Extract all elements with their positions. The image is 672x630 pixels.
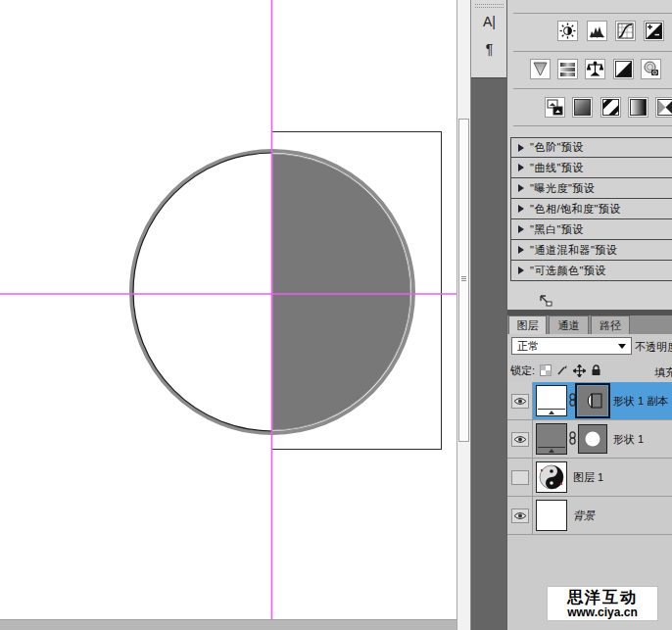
circle-path-left xyxy=(133,153,272,431)
layer-row-shape1-copy[interactable]: 形状 1 副本 xyxy=(507,382,672,420)
curves-icon[interactable] xyxy=(615,21,636,41)
layer-name[interactable]: 形状 1 副本 xyxy=(613,394,668,409)
eye-cell xyxy=(507,420,533,458)
eye-cell xyxy=(507,459,533,496)
horizontal-scrollbar[interactable] xyxy=(0,619,456,630)
layer-row-layer1[interactable]: 图层 1 xyxy=(507,459,672,497)
hue-saturation-icon[interactable] xyxy=(557,59,578,79)
expand-triangle-icon[interactable] xyxy=(518,225,524,233)
tab-channels[interactable]: 通道 xyxy=(549,315,589,334)
watermark-title: 思洋互动 xyxy=(548,589,657,606)
divider xyxy=(513,125,672,126)
layer-thumbnail-fill-white[interactable] xyxy=(536,385,567,416)
divider xyxy=(513,13,672,14)
visibility-toggle[interactable] xyxy=(511,394,529,409)
preset-label: "通道混和器"预设 xyxy=(530,243,617,258)
photo-filter-icon[interactable] xyxy=(641,59,661,79)
preset-label: "可选颜色"预设 xyxy=(530,264,606,278)
tab-label: 路径 xyxy=(600,318,621,333)
preset-row-exposure[interactable]: "曝光度"预设 xyxy=(510,178,672,199)
layer-name[interactable]: 图层 1 xyxy=(573,470,603,485)
eye-cell xyxy=(507,497,533,534)
paragraph-panel-icon[interactable]: ¶ xyxy=(471,35,507,63)
preset-label: "色相/饱和度"预设 xyxy=(530,202,621,217)
canvas-artwork xyxy=(0,0,456,619)
layer-name[interactable]: 形状 1 xyxy=(613,432,644,447)
invert-icon[interactable] xyxy=(572,97,593,118)
visibility-toggle[interactable] xyxy=(511,470,529,485)
layer-thumbnail-white[interactable] xyxy=(536,500,567,531)
layer-name[interactable]: 背景 xyxy=(573,509,595,523)
fill-label: 填充: xyxy=(654,365,672,380)
eye-icon xyxy=(513,435,527,444)
opacity-label: 不透明度: xyxy=(635,340,672,355)
vibrance-icon[interactable] xyxy=(530,59,551,79)
layer-row-background[interactable]: 背景 xyxy=(507,497,672,535)
tab-label: 通道 xyxy=(558,318,580,333)
eye-icon xyxy=(513,511,527,520)
mask-link-icon[interactable] xyxy=(569,431,576,447)
channel-mixer-icon[interactable] xyxy=(545,97,565,118)
mask-link-icon[interactable] xyxy=(569,393,576,409)
preset-label: "曝光度"预设 xyxy=(530,181,595,196)
layers-panel-tab-bar: 图层 通道 路径 xyxy=(507,315,672,334)
eye-cell xyxy=(507,382,533,419)
lock-position-icon[interactable] xyxy=(573,364,586,377)
lock-transparency-icon[interactable] xyxy=(540,364,552,376)
chevron-down-icon xyxy=(618,344,626,349)
preset-row-selective-color[interactable]: "可选颜色"预设 xyxy=(510,261,672,281)
right-panel-group: "色阶"预设 "曲线"预设 "曝光度"预设 "色相/饱和度"预设 "黑白"预设 … xyxy=(506,0,672,630)
switch-panel-view-icon[interactable] xyxy=(539,294,552,307)
divider xyxy=(513,51,672,52)
gradient-map-icon[interactable] xyxy=(628,97,648,118)
layers-list: 形状 1 副本 形状 1 xyxy=(507,382,672,535)
lock-label: 锁定: xyxy=(510,363,535,378)
expand-triangle-icon[interactable] xyxy=(518,164,524,171)
preset-row-levels[interactable]: "色阶"预设 xyxy=(510,137,672,158)
tab-label: 图层 xyxy=(517,318,539,333)
blend-mode-select[interactable]: 正常 xyxy=(511,337,632,355)
black-white-icon[interactable] xyxy=(613,59,634,79)
vector-mask-thumbnail[interactable] xyxy=(578,424,607,454)
character-panel-icon[interactable]: A| xyxy=(471,8,507,35)
divider xyxy=(513,88,672,89)
visibility-toggle[interactable] xyxy=(511,432,529,447)
collapsed-panel-dock: A| ¶ xyxy=(471,0,507,78)
expand-triangle-icon[interactable] xyxy=(518,205,524,213)
preset-row-hue-saturation[interactable]: "色相/饱和度"预设 xyxy=(510,199,672,219)
preset-label: "曲线"预设 xyxy=(530,161,584,175)
preset-row-black-white[interactable]: "黑白"预设 xyxy=(510,219,672,240)
brightness-contrast-icon[interactable] xyxy=(557,21,578,41)
document-canvas[interactable] xyxy=(0,0,456,619)
expand-triangle-icon[interactable] xyxy=(518,184,524,192)
exposure-icon[interactable] xyxy=(644,21,664,41)
layer-thumbnail-fill-gray[interactable] xyxy=(536,423,567,455)
color-balance-icon[interactable] xyxy=(585,59,605,79)
expand-triangle-icon[interactable] xyxy=(518,246,524,254)
preset-label: "黑白"预设 xyxy=(530,222,584,237)
blend-mode-row: 正常 不透明度: xyxy=(507,334,672,359)
vertical-scrollbar-track[interactable] xyxy=(456,0,470,630)
lock-pixels-icon[interactable] xyxy=(556,364,568,376)
visibility-toggle[interactable] xyxy=(511,509,529,523)
watermark: 思洋互动 www.ciya.cn xyxy=(547,586,658,621)
tab-paths[interactable]: 路径 xyxy=(591,315,630,334)
vector-mask-thumbnail[interactable] xyxy=(578,386,607,415)
preset-label: "色阶"预设 xyxy=(530,140,584,155)
scrollbar-grip-icon xyxy=(461,276,466,282)
blend-mode-value: 正常 xyxy=(517,339,539,354)
expand-triangle-icon[interactable] xyxy=(518,267,524,274)
preset-row-channel-mixer[interactable]: "通道混和器"预设 xyxy=(510,240,672,261)
tab-layers[interactable]: 图层 xyxy=(508,315,547,334)
preset-row-curves[interactable]: "曲线"预设 xyxy=(510,158,672,178)
layer-thumbnail-image[interactable] xyxy=(536,461,567,493)
layer-row-shape1[interactable]: 形状 1 xyxy=(507,420,672,459)
expand-triangle-icon[interactable] xyxy=(518,144,524,152)
selective-color-icon[interactable] xyxy=(655,97,672,118)
panel-dock-strip: A| ¶ xyxy=(470,0,506,630)
levels-icon[interactable] xyxy=(587,21,607,41)
watermark-url: www.ciya.cn xyxy=(548,606,657,619)
posterize-icon[interactable] xyxy=(600,97,621,118)
lock-all-icon[interactable] xyxy=(591,364,601,376)
vertical-scrollbar-thumb[interactable] xyxy=(458,119,469,442)
